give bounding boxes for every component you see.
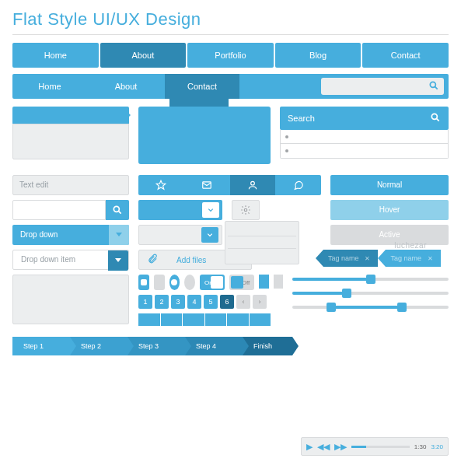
close-icon[interactable]: ✕ xyxy=(365,255,370,262)
nav-contact[interactable]: Contact xyxy=(362,43,449,68)
step-2[interactable]: Step 2 xyxy=(70,337,127,355)
normal-button[interactable]: Normal xyxy=(330,175,449,195)
step-4[interactable]: Step 4 xyxy=(185,337,243,355)
mini-search-input[interactable] xyxy=(12,200,106,220)
content-placeholder xyxy=(12,275,129,324)
download-button-secondary[interactable] xyxy=(138,225,222,245)
paperclip-icon xyxy=(147,254,158,266)
side-tab-panel xyxy=(12,107,129,159)
tag-label: Tag name xyxy=(328,254,359,262)
chevron-down-icon xyxy=(108,250,128,271)
time-total: 3:20 xyxy=(431,443,443,450)
mini-search-button[interactable] xyxy=(106,200,129,220)
download-button-primary[interactable] xyxy=(138,200,222,220)
segment-bar xyxy=(138,313,271,326)
hover-button[interactable]: Hover xyxy=(330,200,449,220)
checkbox-checked[interactable] xyxy=(138,275,149,290)
svg-point-9 xyxy=(244,208,247,212)
svg-point-7 xyxy=(114,206,119,212)
download-icon xyxy=(201,227,218,243)
side-tab-body xyxy=(12,124,129,159)
icon-toolbar xyxy=(138,175,321,195)
list-item[interactable] xyxy=(281,144,448,158)
popover-tab[interactable] xyxy=(169,96,229,107)
mail-icon[interactable] xyxy=(184,175,230,195)
svg-point-2 xyxy=(431,114,437,119)
time-current: 1:30 xyxy=(414,443,427,450)
slider[interactable] xyxy=(292,292,449,295)
side-tab-selected[interactable] xyxy=(12,107,129,124)
page-button[interactable]: 5 xyxy=(204,295,218,309)
page-button[interactable]: 2 xyxy=(155,295,169,309)
search-panel-list xyxy=(280,130,449,159)
settings-dropdown[interactable] xyxy=(232,200,260,220)
page-button[interactable]: 1 xyxy=(138,295,152,309)
dropdown-label: Drop down xyxy=(20,230,58,239)
dropdown-item[interactable]: Drop down item xyxy=(12,250,129,270)
close-icon[interactable]: ✕ xyxy=(428,255,433,262)
checkbox-unchecked[interactable] xyxy=(154,275,165,290)
checkbox-row: On Off xyxy=(138,275,283,290)
svg-point-0 xyxy=(430,82,435,87)
step-finish[interactable]: Finish xyxy=(243,337,292,355)
active-button: Active xyxy=(330,225,449,245)
step-1[interactable]: Step 1 xyxy=(12,337,70,355)
swatch-active[interactable] xyxy=(259,275,268,289)
dropdown-item-label: Drop down item xyxy=(21,255,75,264)
nav-portfolio[interactable]: Portfolio xyxy=(187,43,274,68)
svg-marker-4 xyxy=(157,180,166,189)
popover-panel xyxy=(138,107,271,164)
add-files-label: Add files xyxy=(176,256,206,264)
slider[interactable] xyxy=(292,278,449,281)
download-icon xyxy=(202,202,219,218)
sliders-group xyxy=(292,275,449,326)
seek-bar[interactable] xyxy=(351,446,410,448)
menu-item[interactable] xyxy=(228,224,296,236)
nav-search-input[interactable] xyxy=(321,78,444,95)
page-next[interactable]: › xyxy=(253,295,267,309)
play-icon[interactable]: ▶ xyxy=(306,442,313,452)
page-button-active[interactable]: 6 xyxy=(220,295,234,309)
swatch-inactive[interactable] xyxy=(274,275,283,289)
search-icon xyxy=(428,80,439,94)
nav2-home[interactable]: Home xyxy=(12,74,87,99)
step-wizard: Step 1 Step 2 Step 3 Step 4 Finish xyxy=(12,337,449,355)
page-prev[interactable]: ‹ xyxy=(236,295,250,309)
mini-search xyxy=(12,200,129,220)
page-button[interactable]: 4 xyxy=(187,295,201,309)
toggle-off[interactable]: Off xyxy=(229,275,254,290)
star-icon[interactable] xyxy=(138,175,184,195)
divider xyxy=(12,34,449,35)
step-3[interactable]: Step 3 xyxy=(127,337,185,355)
page-button[interactable]: 3 xyxy=(171,295,185,309)
user-icon[interactable] xyxy=(230,175,276,195)
search-panel: Search xyxy=(280,107,449,159)
list-item[interactable] xyxy=(281,130,448,144)
nav-about[interactable]: About xyxy=(100,43,187,68)
nav-blog[interactable]: Blog xyxy=(275,43,361,68)
search-panel-header[interactable]: Search xyxy=(280,107,449,130)
dropdown-select[interactable]: Drop down xyxy=(12,225,129,245)
gear-icon xyxy=(240,205,251,215)
radio-unchecked[interactable] xyxy=(184,275,195,290)
menu-item[interactable] xyxy=(228,249,296,261)
menu-item[interactable] xyxy=(228,236,296,249)
svg-line-8 xyxy=(118,211,120,213)
toggle-on[interactable]: On xyxy=(200,275,225,290)
search-icon xyxy=(430,112,441,124)
pagination: 1 2 3 4 5 6 ‹ › xyxy=(138,295,283,309)
tag-chip[interactable]: Tag name✕ xyxy=(323,250,379,267)
chat-icon[interactable] xyxy=(275,175,321,195)
nav-home[interactable]: Home xyxy=(12,43,99,68)
radio-checked[interactable] xyxy=(169,275,180,290)
tag-chip[interactable]: Tag name✕ xyxy=(386,250,441,267)
svg-point-6 xyxy=(251,181,255,185)
audio-player: ▶ ◀◀ ▶▶ 1:30 3:20 xyxy=(301,437,449,456)
svg-line-1 xyxy=(435,86,437,89)
range-slider[interactable] xyxy=(292,306,449,309)
secondary-nav: Home About Contact xyxy=(12,74,449,99)
text-edit-input[interactable]: Text edit xyxy=(12,175,129,195)
prev-icon[interactable]: ◀◀ xyxy=(317,442,330,452)
next-icon[interactable]: ▶▶ xyxy=(334,442,347,452)
nav2-about[interactable]: About xyxy=(89,74,163,99)
